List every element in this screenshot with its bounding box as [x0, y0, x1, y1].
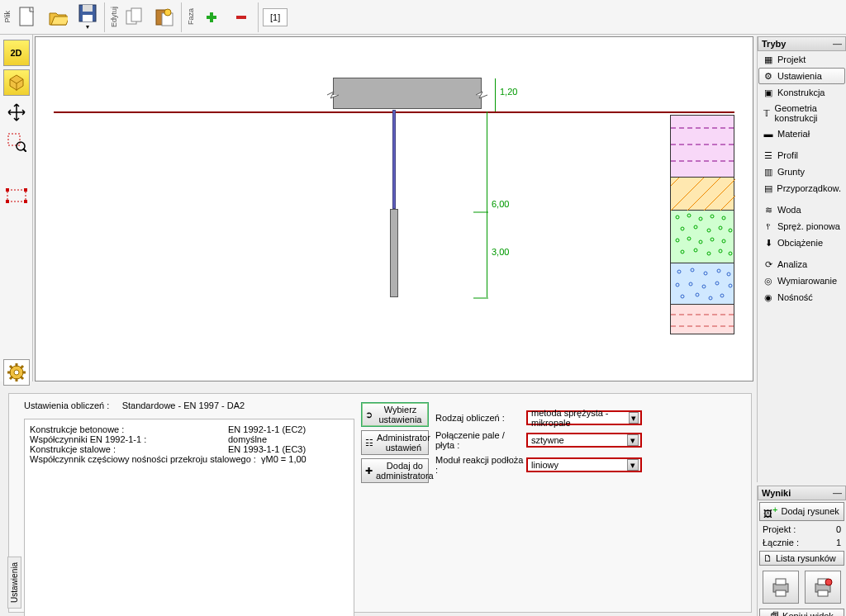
tree-obciazenie[interactable]: ⬇Obciążenie: [758, 235, 845, 251]
svg-point-72: [709, 296, 712, 300]
tree-woda[interactable]: ≋Woda: [758, 201, 845, 218]
project-icon: ▦: [763, 54, 774, 65]
tree-nosnosc[interactable]: ◉Nośność: [758, 289, 845, 306]
tree-material[interactable]: ▬Materiał: [758, 126, 845, 142]
svg-rect-2: [83, 5, 93, 12]
combo-polaczenie[interactable]: sztywne▾: [526, 433, 642, 448]
viewport[interactable]: 1,20 6,00 3,00: [35, 36, 753, 381]
tree-sprez[interactable]: ⫯Spręż. pionowa: [758, 218, 845, 235]
svg-rect-3: [83, 15, 93, 21]
svg-point-8: [164, 9, 171, 16]
tab-ustawienia[interactable]: Ustawienia: [7, 557, 21, 609]
tree-geometria[interactable]: 𝕋Geometria konstrukcji: [758, 101, 845, 126]
list-icon: 🗋: [763, 553, 772, 563]
phase-remove-button[interactable]: [227, 5, 255, 30]
select-tool-button[interactable]: [3, 183, 30, 210]
paste-button[interactable]: [150, 5, 178, 30]
svg-point-61: [691, 268, 694, 272]
construction-icon: ▣: [763, 87, 774, 98]
svg-point-56: [694, 249, 697, 252]
svg-point-69: [729, 284, 732, 287]
svg-point-47: [707, 229, 711, 232]
water-icon: ≋: [763, 204, 774, 216]
add-drawing-button[interactable]: 🖼+Dodaj rysunek: [759, 502, 844, 521]
svg-rect-5: [131, 8, 141, 21]
cap-notch-left: [327, 87, 339, 103]
sidebar-left: 2D: [0, 35, 33, 381]
collapse-icon[interactable]: —: [833, 488, 842, 498]
svg-point-45: [681, 227, 684, 230]
menu-edit[interactable]: Edytuj: [108, 7, 120, 27]
svg-point-71: [696, 293, 699, 296]
svg-point-48: [719, 226, 722, 230]
tree-profil[interactable]: ☰Profil: [758, 147, 845, 163]
copy-view-button[interactable]: 🗐Kopiuj widok: [759, 609, 844, 616]
list-drawings-button[interactable]: 🗋Lista rysunków: [759, 551, 844, 566]
pile-shaft: [392, 110, 396, 209]
results-header: Wyniki—: [758, 486, 846, 500]
svg-point-65: [676, 283, 679, 287]
label-total: Łącznie :: [763, 538, 799, 547]
value-projekt: 0: [836, 524, 841, 534]
svg-point-54: [722, 239, 725, 243]
label-polaczenie: Połączenie pale / płyta :: [435, 430, 526, 450]
copy-button[interactable]: [121, 5, 149, 30]
phase-add-button[interactable]: [197, 5, 226, 30]
chevron-down-icon: ▾: [627, 459, 639, 471]
admin-icon: ☷: [365, 438, 373, 448]
select-settings-button[interactable]: ➲Wybierz ustawienia: [361, 402, 429, 427]
svg-point-58: [719, 249, 722, 253]
add-admin-button[interactable]: ✚Dodaj do administratora: [361, 458, 429, 483]
phase-tab-1[interactable]: [1]: [263, 8, 288, 26]
svg-point-41: [687, 214, 691, 217]
new-doc-button[interactable]: [14, 5, 42, 30]
svg-point-55: [681, 250, 684, 254]
bearing-icon: ◉: [763, 291, 774, 303]
chevron-down-icon: ▾: [627, 434, 639, 446]
svg-point-60: [677, 270, 681, 273]
tree-projekt[interactable]: ▦Projekt: [758, 51, 845, 68]
tree-grunty[interactable]: ▥Grunty: [758, 163, 845, 180]
tree-wymiarowanie[interactable]: ◎Wymiarowanie: [758, 272, 845, 289]
open-button[interactable]: [44, 5, 72, 30]
plus-picture-icon: 🖼+: [763, 505, 777, 519]
view-2d-button[interactable]: 2D: [3, 40, 30, 66]
settings-gear-button[interactable]: [3, 359, 30, 386]
svg-point-46: [694, 225, 697, 229]
spring-icon: ⫯: [763, 220, 774, 232]
tree-ustawienia[interactable]: ⚙Ustawienia: [758, 68, 845, 84]
label-modul: Moduł reakcji podłoża :: [435, 455, 526, 475]
bottom-panel: Ustawienia Ustawienia obliczeń : Standar…: [8, 393, 752, 613]
svg-point-63: [717, 269, 720, 272]
combo-rodzaj[interactable]: metoda sprężysta - mikropale▾: [526, 410, 642, 425]
chevron-down-icon: ▾: [629, 412, 639, 424]
save-button[interactable]: ▾: [74, 1, 102, 33]
print-button[interactable]: [763, 571, 799, 604]
dim-tick: [473, 209, 488, 216]
svg-point-67: [702, 285, 706, 288]
combo-modul[interactable]: liniowy▾: [526, 457, 642, 472]
view-3d-button[interactable]: [3, 69, 30, 96]
svg-point-44: [722, 216, 725, 220]
svg-point-57: [707, 252, 711, 255]
menu-phase[interactable]: Faza: [185, 8, 197, 25]
minus-icon: [231, 7, 251, 27]
svg-point-43: [711, 215, 714, 218]
print-color-button[interactable]: [805, 571, 841, 604]
tree-analiza[interactable]: ⟳Analiza: [758, 256, 845, 272]
admin-settings-button[interactable]: ☷Administrator ustawień: [361, 430, 429, 455]
dim-label-3: 3,00: [492, 247, 509, 257]
soil-layer-1: [670, 115, 734, 178]
profile-icon: ☰: [763, 149, 774, 161]
svg-point-40: [676, 216, 679, 219]
results-panel: Wyniki— 🖼+Dodaj rysunek Projekt :0 Łączn…: [757, 486, 846, 616]
tree-konstrukcja[interactable]: ▣Konstrukcja: [758, 84, 845, 101]
move-tool-button[interactable]: [3, 99, 30, 126]
collapse-icon[interactable]: —: [833, 39, 842, 49]
settings-info-box: Konstrukcje betonowe :EN 1992-1-1 (EC2) …: [24, 419, 354, 616]
zoom-tool-button[interactable]: [3, 129, 30, 155]
svg-line-28: [10, 377, 12, 379]
svg-rect-78: [776, 590, 786, 596]
menu-file[interactable]: Plik: [2, 11, 13, 23]
tree-przyporz[interactable]: ▤Przyporządkow.: [758, 180, 845, 197]
